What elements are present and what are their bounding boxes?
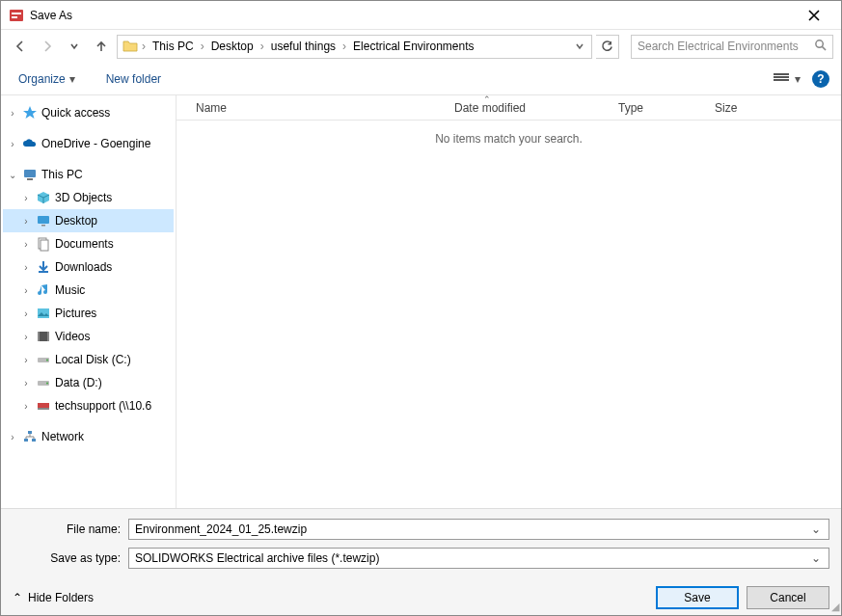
svg-rect-21 — [28, 431, 32, 434]
expand-icon[interactable]: › — [20, 239, 32, 250]
expand-icon[interactable]: › — [20, 193, 32, 203]
col-type[interactable]: Type — [609, 101, 705, 115]
svg-rect-23 — [32, 439, 36, 442]
drive-icon — [36, 375, 51, 390]
expand-icon[interactable]: › — [20, 355, 32, 365]
tree-videos[interactable]: › Videos — [3, 325, 174, 348]
download-icon — [36, 259, 51, 275]
chevron-down-icon[interactable]: ⌄ — [809, 522, 823, 536]
chevron-right-icon[interactable]: › — [259, 40, 265, 53]
window-title: Save As — [30, 9, 795, 22]
expand-icon[interactable]: › — [7, 108, 18, 119]
tree-desktop[interactable]: › Desktop — [3, 209, 174, 232]
hide-folders-label: Hide Folders — [28, 591, 94, 604]
tree-local-disk-c[interactable]: › Local Disk (C:) — [3, 348, 174, 371]
svg-rect-5 — [27, 178, 33, 180]
filename-input[interactable]: Environment_2024_01_25.tewzip ⌄ — [128, 519, 829, 540]
svg-rect-9 — [41, 240, 48, 251]
breadcrumb-useful-things[interactable]: useful things — [267, 38, 340, 55]
music-icon — [36, 282, 51, 298]
pc-icon — [22, 167, 38, 182]
breadcrumb-electrical-env[interactable]: Electrical Environments — [349, 38, 477, 55]
expand-icon[interactable]: › — [20, 378, 32, 388]
up-button[interactable] — [90, 35, 113, 58]
expand-icon[interactable]: › — [20, 308, 32, 319]
svg-rect-20 — [38, 408, 49, 410]
new-folder-label: New folder — [106, 72, 161, 86]
videos-icon — [36, 329, 51, 344]
documents-icon — [36, 236, 51, 252]
tree-techsupport[interactable]: › techsupport (\\10.6 — [3, 394, 174, 417]
expand-icon[interactable]: › — [7, 139, 18, 149]
save-button[interactable]: Save — [656, 586, 739, 609]
back-button[interactable] — [9, 35, 32, 58]
tree-3d-objects[interactable]: › 3D Objects — [3, 186, 174, 209]
svg-rect-19 — [38, 403, 49, 408]
tree-music[interactable]: › Music — [3, 279, 174, 302]
cube-icon — [36, 190, 51, 205]
expand-icon[interactable]: › — [20, 285, 32, 296]
resize-grip-icon[interactable]: ◢ — [831, 601, 839, 613]
expand-icon[interactable]: › — [20, 216, 32, 227]
cancel-button[interactable]: Cancel — [747, 586, 829, 609]
tree-this-pc[interactable]: ⌄ This PC — [3, 163, 174, 186]
col-date[interactable]: Date modified — [445, 101, 609, 115]
organize-button[interactable]: Organize ▾ — [13, 68, 81, 90]
main-area: › Quick access › OneDrive - Goengine ⌄ T… — [1, 95, 841, 508]
tree-network[interactable]: › Network — [3, 425, 174, 448]
svg-rect-13 — [38, 332, 40, 341]
tree-pictures[interactable]: › Pictures — [3, 302, 174, 325]
address-bar[interactable]: › This PC › Desktop › useful things › El… — [117, 35, 592, 59]
tree-quick-access[interactable]: › Quick access — [3, 101, 174, 124]
col-size[interactable]: Size — [705, 101, 782, 115]
saveastype-select[interactable]: SOLIDWORKS Electrical archive files (*.t… — [128, 548, 829, 569]
expand-icon[interactable]: › — [7, 432, 18, 442]
svg-rect-1 — [12, 13, 21, 14]
svg-rect-0 — [10, 10, 23, 21]
empty-message: No items match your search. — [177, 121, 841, 508]
saveastype-value: SOLIDWORKS Electrical archive files (*.t… — [135, 551, 809, 565]
desktop-icon — [36, 213, 51, 228]
new-folder-button[interactable]: New folder — [100, 68, 167, 90]
close-button[interactable] — [795, 10, 833, 21]
tree-data-d[interactable]: › Data (D:) — [3, 371, 174, 394]
view-button[interactable]: ▾ — [774, 72, 801, 86]
svg-rect-2 — [12, 16, 17, 18]
organize-label: Organize — [18, 72, 66, 86]
chevron-down-icon: ▾ — [795, 72, 801, 86]
chevron-right-icon[interactable]: › — [341, 40, 347, 53]
folder-icon — [122, 38, 139, 55]
tree-onedrive[interactable]: › OneDrive - Goengine — [3, 132, 174, 155]
help-button[interactable]: ? — [812, 70, 829, 88]
expand-icon[interactable]: › — [20, 262, 32, 273]
network-drive-icon — [36, 398, 51, 414]
saveastype-label: Save as type: — [13, 551, 128, 565]
svg-point-18 — [46, 383, 48, 385]
file-list: ⌃ Name Date modified Type Size No items … — [177, 95, 841, 508]
address-dropdown[interactable] — [572, 42, 587, 50]
cloud-icon — [22, 136, 38, 151]
forward-button[interactable] — [36, 35, 59, 58]
breadcrumb-desktop[interactable]: Desktop — [207, 38, 258, 55]
col-name[interactable]: Name — [177, 101, 445, 115]
collapse-icon[interactable]: ⌄ — [7, 170, 18, 180]
tree-documents[interactable]: › Documents — [3, 232, 174, 255]
column-headers: Name Date modified Type Size — [177, 95, 841, 121]
sort-indicator-icon: ⌃ — [483, 95, 491, 104]
search-input[interactable]: Search Electrical Environments — [631, 35, 833, 59]
drive-icon — [36, 352, 51, 367]
pictures-icon — [36, 306, 51, 321]
expand-icon[interactable]: › — [20, 332, 32, 342]
chevron-down-icon[interactable]: ⌄ — [809, 551, 823, 565]
tree-downloads[interactable]: › Downloads — [3, 255, 174, 279]
hide-folders-button[interactable]: ⌃ Hide Folders — [13, 591, 94, 604]
history-dropdown[interactable] — [63, 35, 86, 58]
breadcrumb-this-pc[interactable]: This PC — [149, 38, 198, 55]
filename-value: Environment_2024_01_25.tewzip — [135, 522, 809, 536]
titlebar: Save As — [1, 1, 841, 30]
refresh-button[interactable] — [596, 35, 619, 59]
chevron-right-icon[interactable]: › — [200, 40, 205, 53]
chevron-right-icon[interactable]: › — [141, 40, 147, 53]
star-icon — [22, 105, 38, 121]
expand-icon[interactable]: › — [20, 401, 32, 412]
